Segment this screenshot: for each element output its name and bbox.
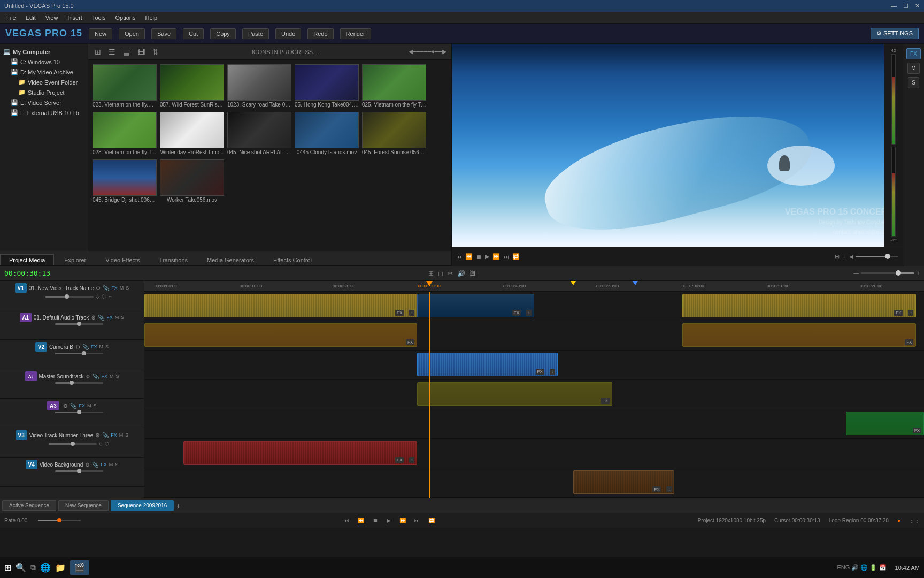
track-s-v3[interactable]: S: [125, 432, 128, 438]
media-item-6[interactable]: Winter day ProResLT.mo...: [160, 112, 224, 156]
status-loop[interactable]: 🔁: [428, 518, 435, 523]
track-settings-a3[interactable]: ⚙: [63, 403, 68, 409]
track-settings-a2[interactable]: ⚙: [86, 374, 90, 379]
tab-project-media[interactable]: Project Media: [0, 254, 54, 265]
seq-tab-new[interactable]: New Sequence: [58, 500, 109, 511]
track-s-a2[interactable]: S: [116, 374, 119, 379]
media-item-4[interactable]: 025. Vietnam on the fly Take...: [362, 64, 426, 109]
preview-skip-end[interactable]: ⏭: [503, 254, 509, 260]
media-item-9[interactable]: 045. Forest Sunrise 05698.mov: [362, 112, 426, 156]
seq-tab-20092016[interactable]: Sequence 20092016: [111, 500, 174, 511]
tree-f-usb[interactable]: 💾 F: External USB 10 Tb: [0, 108, 88, 118]
track-m-v3[interactable]: M: [119, 432, 124, 438]
tl-btn-5[interactable]: 🖼: [469, 270, 476, 277]
tree-c-drive[interactable]: 💾 C: Windows 10: [0, 57, 88, 67]
menu-file[interactable]: File: [2, 13, 20, 22]
detail-view-icon[interactable]: ▤: [121, 47, 132, 57]
track-fx-a1[interactable]: FX: [106, 315, 113, 320]
sort-icon[interactable]: ⇅: [150, 47, 161, 57]
track-media-a3[interactable]: 📎: [70, 403, 76, 409]
menu-insert[interactable]: Insert: [63, 13, 87, 22]
tl-btn-1[interactable]: ⊞: [428, 270, 434, 277]
new-button[interactable]: New: [89, 28, 112, 39]
tab-video-effects[interactable]: Video Effects: [96, 254, 149, 265]
track-m-a3[interactable]: M: [87, 403, 91, 408]
search-button[interactable]: 🔍: [16, 562, 26, 573]
track-fx-a3[interactable]: FX: [79, 403, 85, 408]
close-btn[interactable]: ✕: [915, 3, 920, 10]
tab-transitions[interactable]: Transitions: [150, 254, 197, 265]
maximize-btn[interactable]: ☐: [903, 3, 908, 10]
explorer-icon[interactable]: 📁: [55, 562, 66, 573]
copy-button[interactable]: Copy: [210, 28, 236, 39]
media-item-2[interactable]: 1023. Scary road Take 033...: [227, 64, 291, 109]
add-sequence-button[interactable]: +: [176, 501, 180, 510]
window-controls[interactable]: — ☐ ✕: [891, 3, 920, 10]
tl-btn-4[interactable]: 🔊: [457, 270, 465, 277]
track-media-a1[interactable]: 📎: [98, 315, 104, 321]
track-s-a3[interactable]: S: [94, 403, 97, 408]
tab-effects-control[interactable]: Effects Control: [264, 254, 321, 265]
clip-a2-1[interactable]: FX: [417, 382, 612, 406]
minimize-btn[interactable]: —: [891, 3, 897, 10]
track-settings-v1[interactable]: ⚙: [96, 285, 101, 291]
track-s-v1[interactable]: S: [126, 285, 129, 291]
status-play[interactable]: ▶: [387, 518, 391, 523]
track-media-v4[interactable]: 📎: [92, 462, 98, 468]
save-button[interactable]: Save: [151, 28, 176, 39]
timeline-ruler[interactable]: 00:00:00:00 00:00:10:00 00:00:20:00 00:0…: [144, 281, 924, 292]
preview-rewind[interactable]: ⏪: [465, 253, 473, 260]
status-forward[interactable]: ⏩: [399, 518, 406, 523]
clip-a3-1[interactable]: FX: [846, 412, 924, 435]
track-m-v4[interactable]: M: [109, 462, 113, 467]
seq-tab-active[interactable]: Active Sequence: [2, 500, 56, 511]
track-s-v2[interactable]: S: [105, 344, 109, 349]
status-more[interactable]: ⋮⋮: [909, 518, 920, 523]
track-media-a2[interactable]: 📎: [93, 374, 99, 379]
edge-icon[interactable]: 🌐: [40, 562, 51, 573]
preview-skip-start[interactable]: ⏮: [456, 254, 462, 260]
vegas-taskbar-icon[interactable]: 🎬: [70, 560, 89, 575]
media-item-0[interactable]: 023. Vietnam on the fly.mp4: [93, 64, 157, 109]
preview-split-icon[interactable]: ⊞: [835, 253, 840, 260]
status-stop[interactable]: ⏹: [373, 518, 378, 523]
menu-options[interactable]: Options: [111, 13, 140, 22]
tree-my-computer[interactable]: 💻 My Computer: [0, 44, 88, 57]
media-item-8[interactable]: 0445 Cloudy Islands.mov: [295, 112, 359, 156]
undo-button[interactable]: Undo: [275, 28, 301, 39]
task-view-button[interactable]: ⧉: [30, 563, 36, 572]
grid-view-icon[interactable]: ⊞: [93, 47, 103, 57]
track-s-a1[interactable]: S: [121, 315, 124, 320]
track-settings-v3[interactable]: ⚙: [95, 432, 100, 438]
menu-help[interactable]: Help: [141, 13, 161, 22]
clip-v1-3[interactable]: FX ↕: [682, 294, 916, 317]
open-button[interactable]: Open: [119, 28, 145, 39]
start-button[interactable]: ⊞: [4, 562, 11, 573]
status-skip-start[interactable]: ⏮: [344, 518, 349, 523]
track-settings-v4[interactable]: ⚙: [85, 462, 90, 468]
media-item-3[interactable]: 05. Hong Kong Take004.mp4: [295, 64, 359, 109]
track-fx-v1[interactable]: FX: [111, 285, 118, 291]
menu-view[interactable]: View: [41, 13, 63, 22]
clip-v1-2[interactable]: FX ↕: [417, 294, 534, 317]
render-button[interactable]: Render: [340, 28, 371, 39]
preview-play[interactable]: ▶: [485, 253, 489, 260]
list-view-icon[interactable]: ☰: [106, 47, 118, 57]
track-m-a1[interactable]: M: [115, 315, 119, 320]
status-skip-end[interactable]: ⏭: [414, 518, 420, 523]
cut-button[interactable]: Cut: [183, 28, 204, 39]
menu-edit[interactable]: Edit: [21, 13, 40, 22]
tl-btn-3[interactable]: ✂: [448, 270, 453, 277]
track-m-v2[interactable]: M: [99, 344, 104, 349]
clip-a1-1[interactable]: FX: [144, 323, 417, 347]
tl-btn-2[interactable]: ◻: [438, 270, 443, 277]
media-item-1[interactable]: 057. Wild Forest SunRise.mp4: [160, 64, 224, 109]
fx-button[interactable]: FX: [906, 48, 921, 59]
tree-d-drive[interactable]: 💾 D: My Video Archive: [0, 67, 88, 77]
settings-button[interactable]: ⚙ SETTINGS: [871, 28, 919, 39]
clip-v3-1[interactable]: FX ↕: [183, 441, 417, 465]
track-settings-v2[interactable]: ⚙: [75, 344, 80, 350]
s-button[interactable]: S: [908, 77, 919, 88]
filmstrip-view-icon[interactable]: 🎞: [135, 47, 147, 57]
track-fx-v2[interactable]: FX: [91, 344, 97, 349]
